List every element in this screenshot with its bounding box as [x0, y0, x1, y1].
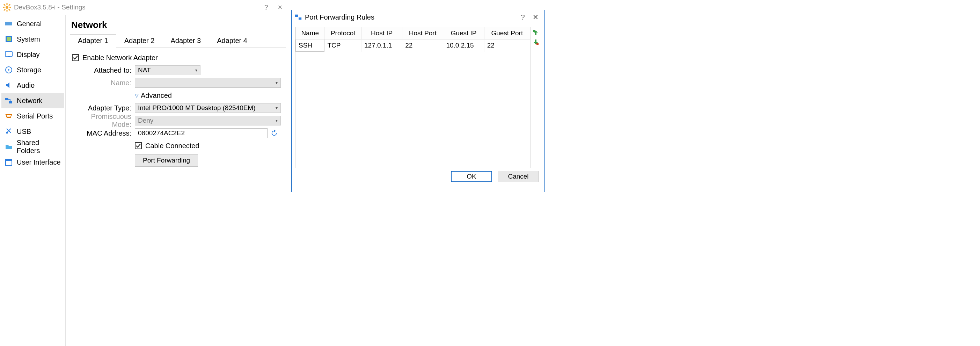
serial-ports-icon — [4, 112, 13, 121]
tab-adapter-2[interactable]: Adapter 2 — [116, 34, 163, 48]
tab-adapter-4[interactable]: Adapter 4 — [209, 34, 255, 48]
promiscuous-value: Deny — [138, 117, 153, 124]
svg-rect-17 — [5, 98, 8, 100]
sidebar-item-shared-folders[interactable]: Shared Folders — [2, 139, 64, 155]
pf-rule-guest-ip[interactable]: 10.0.2.15 — [443, 40, 484, 52]
sidebar-item-label: Display — [17, 51, 40, 59]
svg-line-5 — [4, 4, 5, 6]
sidebar-item-serial-ports[interactable]: Serial Ports — [2, 108, 64, 124]
page-title: Network — [70, 15, 286, 34]
pf-dialog-title: Port Forwarding Rules — [305, 13, 517, 21]
settings-titlebar: DevBox3.5.8-i - Settings ? × — [0, 0, 290, 15]
pf-titlebar: Port Forwarding Rules ? ✕ — [292, 10, 544, 24]
svg-point-0 — [6, 6, 8, 9]
pf-rule-row[interactable]: SSH TCP 127.0.1.1 22 10.0.2.15 22 — [296, 40, 530, 52]
name-select: ▾ — [135, 78, 281, 88]
close-button[interactable]: × — [273, 3, 287, 12]
sidebar-item-network[interactable]: Network — [2, 93, 64, 108]
enable-adapter-checkbox[interactable] — [72, 54, 79, 61]
pf-ok-button[interactable]: OK — [451, 171, 492, 182]
svg-rect-13 — [5, 52, 12, 56]
general-icon — [4, 19, 13, 28]
usb-icon — [4, 127, 13, 136]
svg-rect-27 — [533, 30, 535, 32]
sidebar-item-user-interface[interactable]: User Interface — [2, 155, 64, 170]
enable-adapter-label: Enable Network Adapter — [83, 54, 158, 62]
cable-connected-label: Cable Connected — [145, 142, 199, 150]
adapter-tabs: Adapter 1 Adapter 2 Adapter 3 Adapter 4 — [70, 34, 286, 48]
svg-point-20 — [8, 116, 9, 116]
pf-rule-host-ip[interactable]: 127.0.1.1 — [361, 40, 402, 52]
svg-point-16 — [8, 69, 10, 70]
col-guest-ip[interactable]: Guest IP — [443, 27, 484, 40]
pf-rule-protocol[interactable]: TCP — [325, 40, 361, 52]
chevron-down-icon: ▾ — [195, 68, 197, 73]
sidebar-item-label: Network — [17, 97, 42, 105]
port-forwarding-button[interactable]: Port Forwarding — [135, 154, 198, 167]
sidebar-item-system[interactable]: System — [2, 32, 64, 47]
port-forwarding-dialog: Port Forwarding Rules ? ✕ Name Protocol … — [291, 10, 545, 192]
system-icon — [4, 35, 13, 44]
sidebar-item-usb[interactable]: USB — [2, 124, 64, 139]
svg-rect-9 — [5, 22, 12, 25]
add-rule-button[interactable] — [532, 29, 539, 36]
pf-rule-name[interactable]: SSH — [296, 40, 325, 52]
remove-rule-button[interactable] — [532, 39, 539, 46]
col-name[interactable]: Name — [296, 27, 325, 40]
sidebar-item-general[interactable]: General — [2, 16, 64, 32]
pf-rule-guest-port[interactable]: 22 — [484, 40, 530, 52]
settings-sidebar: General System Display Storage Audio Net — [0, 15, 66, 346]
advanced-toggle[interactable]: ▽ Advanced — [135, 92, 172, 100]
pf-cancel-button[interactable]: Cancel — [498, 171, 539, 182]
svg-rect-22 — [6, 132, 8, 134]
pf-help-button[interactable]: ? — [517, 13, 529, 21]
adapter-type-value: Intel PRO/1000 MT Desktop (82540EM) — [138, 104, 256, 112]
sidebar-item-label: Storage — [17, 66, 41, 74]
mac-address-input[interactable] — [135, 128, 267, 138]
svg-rect-10 — [5, 26, 12, 26]
cable-connected-checkbox[interactable] — [135, 142, 142, 149]
sidebar-item-label: General — [17, 20, 41, 28]
svg-line-7 — [4, 9, 5, 11]
svg-point-19 — [7, 116, 8, 116]
chevron-down-icon: ▾ — [275, 105, 278, 110]
chevron-down-icon: ▾ — [275, 80, 278, 85]
svg-line-6 — [9, 9, 10, 11]
network-icon — [4, 96, 13, 105]
svg-rect-24 — [6, 159, 12, 161]
tab-adapter-1[interactable]: Adapter 1 — [70, 34, 116, 48]
adapter-type-select[interactable]: Intel PRO/1000 MT Desktop (82540EM) ▾ — [135, 103, 281, 113]
shared-folders-icon — [4, 142, 13, 151]
svg-rect-25 — [295, 15, 298, 17]
sidebar-item-display[interactable]: Display — [2, 47, 64, 62]
pf-rule-host-port[interactable]: 22 — [402, 40, 443, 52]
svg-rect-14 — [8, 57, 10, 57]
svg-rect-28 — [536, 43, 539, 45]
display-icon — [4, 50, 13, 59]
sidebar-item-label: Audio — [17, 81, 35, 89]
sidebar-item-audio[interactable]: Audio — [2, 78, 64, 93]
window-title: DevBox3.5.8-i - Settings — [14, 3, 259, 11]
tab-adapter-3[interactable]: Adapter 3 — [162, 34, 209, 48]
attached-to-value: NAT — [138, 66, 151, 74]
sidebar-item-storage[interactable]: Storage — [2, 62, 64, 78]
attached-to-select[interactable]: NAT ▾ — [135, 65, 200, 75]
attached-to-label: Attached to: — [72, 66, 135, 75]
refresh-mac-button[interactable] — [270, 129, 278, 137]
col-host-ip[interactable]: Host IP — [361, 27, 402, 40]
storage-icon — [4, 65, 13, 75]
mac-label: MAC Address: — [72, 129, 135, 137]
col-host-port[interactable]: Host Port — [402, 27, 443, 40]
col-protocol[interactable]: Protocol — [325, 27, 361, 40]
pf-close-button[interactable]: ✕ — [529, 13, 542, 21]
settings-main: Network Adapter 1 Adapter 2 Adapter 3 Ad… — [66, 15, 290, 346]
name-label: Name: — [72, 79, 135, 87]
adapter-type-label: Adapter Type: — [72, 104, 135, 112]
col-guest-port[interactable]: Guest Port — [484, 27, 530, 40]
help-button[interactable]: ? — [259, 3, 273, 11]
promiscuous-label: Promiscuous Mode: — [72, 113, 135, 129]
sidebar-item-label: Serial Ports — [17, 112, 53, 120]
svg-point-21 — [10, 116, 10, 116]
chevron-down-icon: ▾ — [275, 118, 278, 123]
svg-line-8 — [9, 4, 10, 6]
